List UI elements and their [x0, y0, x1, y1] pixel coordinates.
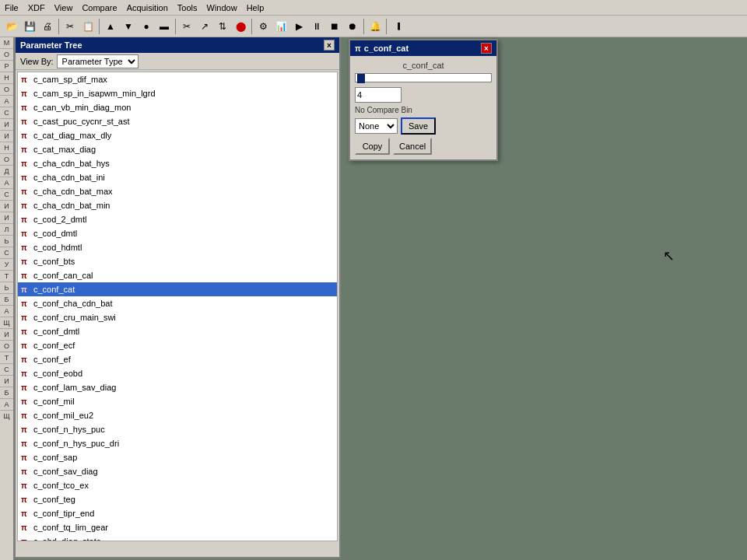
- icon-toolbar: 📂 💾 🖨 ✂ 📋 ▲ ▼ ● ▬ ✂ ↗ ⇅ ⬤ ⚙ 📊 ▶ ⏸ ⏹ ⏺ 🔔 …: [0, 16, 747, 37]
- toolbar-cut[interactable]: ✂: [61, 18, 79, 35]
- list-item[interactable]: πc_conf_sav_diag: [18, 464, 337, 478]
- list-item[interactable]: πc_cha_cdn_bat_min: [18, 198, 337, 212]
- list-item[interactable]: πc_cha_cdn_bat_ini: [18, 170, 337, 184]
- toolbar-play[interactable]: ▶: [290, 18, 307, 35]
- cancel-button[interactable]: Cancel: [393, 138, 432, 155]
- left-label-i3: И: [0, 201, 13, 212]
- toolbar-sep-5: [363, 19, 364, 34]
- toolbar-sep-4: [251, 19, 252, 34]
- list-item[interactable]: πc_cat_max_diag: [18, 142, 337, 156]
- toolbar-stop2[interactable]: ⏹: [326, 18, 343, 35]
- toolbar-down[interactable]: ▼: [120, 18, 137, 35]
- param-pi-icon: π: [21, 397, 30, 406]
- list-item[interactable]: πc_conf_eobd: [18, 366, 337, 380]
- toolbar-pause[interactable]: ⏸: [308, 18, 325, 35]
- param-pi-icon: π: [21, 425, 30, 434]
- param-item-label: c_conf_bts: [33, 257, 75, 266]
- save-button[interactable]: Save: [401, 117, 436, 135]
- list-item[interactable]: πc_conf_cha_cdn_bat: [18, 296, 337, 310]
- left-label-t2: Т: [0, 352, 13, 364]
- param-pi-icon: π: [21, 299, 30, 308]
- list-item[interactable]: πc_conf_teg: [18, 492, 337, 506]
- menu-help[interactable]: Help: [242, 2, 269, 14]
- dialog-body: c_conf_cat No Compare Bin None Save Copy…: [350, 56, 496, 159]
- toolbar-save[interactable]: 💾: [21, 18, 38, 35]
- toolbar-open[interactable]: 📂: [3, 18, 20, 35]
- left-label-r: Р: [0, 61, 13, 72]
- list-item[interactable]: πc_cha_cdn_bat_max: [18, 184, 337, 198]
- menu-window[interactable]: Window: [202, 2, 242, 14]
- list-item[interactable]: πc_conf_cat: [18, 282, 337, 296]
- list-item[interactable]: πc_conf_mil_eu2: [18, 408, 337, 422]
- param-item-label: c_conf_cat: [33, 285, 75, 294]
- toolbar-scissors[interactable]: ✂: [178, 18, 195, 35]
- dialog-input-row: [355, 87, 492, 103]
- list-item[interactable]: πc_conf_ef: [18, 352, 337, 366]
- left-label-m: М: [0, 37, 13, 49]
- param-item-label: c_conf_tco_ex: [33, 481, 89, 490]
- list-item[interactable]: πc_conf_sap: [18, 450, 337, 464]
- list-item[interactable]: πc_cast_puc_cycnr_st_ast: [18, 114, 337, 128]
- toolbar-rect[interactable]: ▬: [156, 18, 173, 35]
- toolbar-chart[interactable]: 📊: [272, 18, 289, 35]
- param-tree-close-button[interactable]: ×: [324, 40, 335, 51]
- list-item[interactable]: πc_cod_2_dmtl: [18, 212, 337, 226]
- param-item-label: c_cha_cdn_bat_max: [33, 187, 113, 196]
- copy-button[interactable]: Copy: [355, 138, 390, 155]
- toolbar-stop[interactable]: ⬤: [232, 18, 249, 35]
- list-item[interactable]: πc_conf_dmtl: [18, 324, 337, 338]
- list-item[interactable]: πc_conf_tco_ex: [18, 478, 337, 492]
- list-item[interactable]: πc_conf_n_hys_puc: [18, 422, 337, 436]
- toolbar-record[interactable]: ⏺: [344, 18, 361, 35]
- menu-tools[interactable]: Tools: [173, 2, 202, 14]
- param-pi-icon: π: [21, 327, 30, 336]
- dialog-value-input[interactable]: [355, 87, 402, 103]
- toolbar-swap[interactable]: ⇅: [214, 18, 231, 35]
- dialog-close-button[interactable]: ×: [481, 43, 492, 54]
- menu-view[interactable]: View: [50, 2, 78, 14]
- list-item[interactable]: πc_cam_sp_dif_max: [18, 72, 337, 86]
- param-pi-icon: π: [21, 173, 30, 182]
- toolbar-arrow[interactable]: ↗: [196, 18, 213, 35]
- menu-file[interactable]: File: [0, 2, 23, 14]
- list-item[interactable]: πc_cam_sp_in_isapwm_min_lgrd: [18, 86, 337, 100]
- list-item[interactable]: πc_conf_bts: [18, 254, 337, 268]
- left-label-o3: О: [0, 154, 13, 166]
- list-item[interactable]: πc_conf_tq_lim_gear: [18, 520, 337, 534]
- dialog-compare-row: No Compare Bin: [355, 106, 492, 114]
- menu-compare[interactable]: Compare: [77, 2, 121, 14]
- list-item[interactable]: πc_cod_dmtl: [18, 226, 337, 240]
- param-pi-icon: π: [21, 145, 30, 154]
- list-item[interactable]: πc_conf_tipr_end: [18, 506, 337, 520]
- list-item[interactable]: πc_cat_diag_max_dly: [18, 128, 337, 142]
- toolbar-bell[interactable]: 🔔: [366, 18, 384, 35]
- param-pi-icon: π: [21, 481, 30, 490]
- menu-acquisition[interactable]: Acquisition: [122, 2, 173, 14]
- toolbar-up[interactable]: ▲: [102, 18, 119, 35]
- toolbar-more[interactable]: ▐: [389, 18, 406, 35]
- list-item[interactable]: πc_can_vb_min_diag_mon: [18, 100, 337, 114]
- list-item[interactable]: πc_conf_mil: [18, 394, 337, 408]
- param-pi-icon: π: [21, 229, 30, 238]
- list-item[interactable]: πc_conf_can_cal: [18, 268, 337, 282]
- toolbar-gear[interactable]: ⚙: [254, 18, 272, 35]
- menu-xdf[interactable]: XDF: [23, 2, 50, 14]
- list-item[interactable]: πc_conf_cru_main_swi: [18, 310, 337, 324]
- param-item-label: c_conf_mil_eu2: [33, 411, 93, 420]
- list-item[interactable]: πc_cod_hdmtl: [18, 240, 337, 254]
- toolbar-print[interactable]: 🖨: [39, 18, 56, 35]
- param-item-label: c_conf_cha_cdn_bat: [33, 299, 113, 308]
- list-item[interactable]: πc_conf_n_hys_puc_dri: [18, 436, 337, 450]
- left-label-i6: И: [0, 376, 13, 387]
- list-item[interactable]: πc_obd_diag_state: [18, 534, 337, 541]
- toolbar-circle[interactable]: ●: [138, 18, 155, 35]
- param-item-label: c_conf_tipr_end: [33, 509, 94, 518]
- list-item[interactable]: πc_conf_ecf: [18, 338, 337, 352]
- compare-select[interactable]: None: [355, 118, 398, 134]
- toolbar-copy-tool[interactable]: 📋: [79, 18, 96, 35]
- view-by-select[interactable]: Parameter Type: [57, 54, 139, 68]
- list-item[interactable]: πc_cha_cdn_bat_hys: [18, 156, 337, 170]
- list-item[interactable]: πc_conf_lam_sav_diag: [18, 380, 337, 394]
- dialog-slider-track[interactable]: [355, 73, 492, 82]
- dialog-header-label: c_conf_cat: [355, 61, 492, 70]
